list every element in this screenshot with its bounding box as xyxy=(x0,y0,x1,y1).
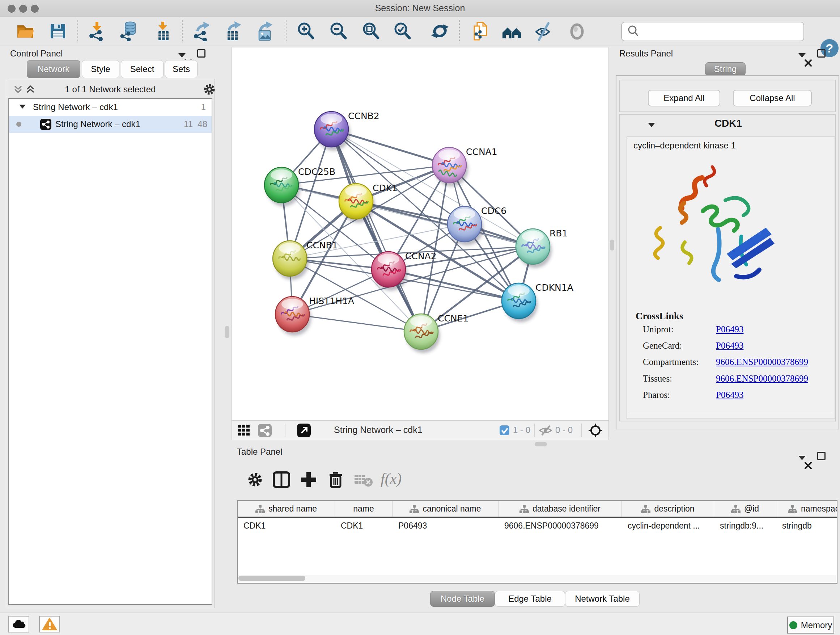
vertical-splitter-handle[interactable] xyxy=(225,326,229,338)
toolbar-separator xyxy=(459,20,460,42)
open-in-new-window-icon[interactable] xyxy=(297,424,311,437)
show-columns-icon[interactable] xyxy=(272,470,291,489)
network-options-gear-icon[interactable] xyxy=(203,83,216,96)
network-row-selected[interactable]: String Network – cdk1 11 48 xyxy=(9,116,212,133)
export-network-icon[interactable] xyxy=(192,21,212,41)
control-panel-controls xyxy=(178,49,215,59)
cell-canonical-name[interactable]: P06493 xyxy=(393,518,499,534)
column-header[interactable]: @id xyxy=(714,501,776,516)
column-header[interactable]: shared name xyxy=(238,501,335,516)
column-header[interactable]: database identifier xyxy=(499,501,622,516)
add-column-icon[interactable] xyxy=(300,470,317,489)
crosslink-link[interactable]: 9606.ENSP00000378699 xyxy=(716,357,808,367)
node-label: CDK1 xyxy=(373,183,398,193)
share-session-file-icon[interactable] xyxy=(471,21,491,41)
maximize-panel-icon[interactable] xyxy=(197,49,205,57)
node-label: CCNA1 xyxy=(466,147,497,157)
close-panel-icon[interactable] xyxy=(804,462,812,470)
cell-shared-name[interactable]: CDK1 xyxy=(238,518,335,534)
toolbar-separator xyxy=(77,20,78,42)
hide-panel-eye-icon[interactable] xyxy=(533,21,554,41)
cytoscape-window: Session: New Session xyxy=(0,0,840,635)
selected-checkbox-icon[interactable] xyxy=(500,425,509,435)
cell-name[interactable]: CDK1 xyxy=(335,518,393,534)
search-input[interactable] xyxy=(641,26,804,37)
export-table-icon[interactable] xyxy=(223,21,243,41)
table-row[interactable]: CDK1 CDK1 P06493 9606.ENSP00000378699 cy… xyxy=(238,518,837,534)
crosslink-link[interactable]: P06493 xyxy=(716,390,744,400)
zoom-in-icon[interactable] xyxy=(295,21,316,41)
cell-database-identifier[interactable]: 9606.ENSP00000378699 xyxy=(499,518,622,534)
close-panel-icon[interactable] xyxy=(804,59,812,67)
import-table-file-icon[interactable] xyxy=(153,21,173,41)
memory-button[interactable]: Memory xyxy=(787,616,834,633)
crosslink-link[interactable]: P06493 xyxy=(716,340,744,351)
show-panel-eye-icon[interactable] xyxy=(567,21,587,41)
import-network-database-icon[interactable] xyxy=(119,21,139,41)
cloud-button[interactable] xyxy=(8,616,29,632)
collapse-panel-icon[interactable] xyxy=(798,53,806,57)
zoom-out-icon[interactable] xyxy=(328,21,348,41)
collapse-all-button[interactable]: Collapse All xyxy=(733,90,812,106)
crosslink-link[interactable]: P06493 xyxy=(716,325,744,334)
hidden-eye-icon xyxy=(538,425,553,435)
results-content: Expand All Collapse All CDK1 cyclin–depe… xyxy=(616,75,839,429)
network-node-rb1: RB1 xyxy=(516,228,568,268)
tab-node-table[interactable]: Node Table xyxy=(430,591,495,607)
selected-counter: 1 - 0 xyxy=(513,425,531,435)
import-network-file-icon[interactable] xyxy=(87,21,107,41)
node-label: CDKN1A xyxy=(535,282,573,293)
cell-namespace[interactable]: stringdb xyxy=(776,518,837,534)
tab-style[interactable]: Style xyxy=(82,60,119,78)
scrollbar-handle[interactable] xyxy=(238,576,305,581)
home-icon[interactable] xyxy=(502,21,522,41)
maximize-panel-icon[interactable] xyxy=(817,49,826,57)
refresh-icon[interactable] xyxy=(430,21,450,41)
network-collection-row[interactable]: String Network – cdk1 1 xyxy=(9,99,212,116)
search-field[interactable] xyxy=(621,22,804,41)
birdseye-grid-icon[interactable] xyxy=(238,424,251,436)
cell-id[interactable]: stringdb:9... xyxy=(714,518,776,534)
crosshair-icon[interactable] xyxy=(588,423,603,438)
save-session-icon[interactable] xyxy=(48,21,68,41)
gene-card: CDK1 cyclin–dependent kinase 1 xyxy=(619,114,836,421)
maximize-panel-icon[interactable] xyxy=(817,452,826,460)
collapse-panel-icon[interactable] xyxy=(798,456,806,460)
tab-network[interactable]: Network xyxy=(27,60,80,78)
expand-all-button[interactable]: Expand All xyxy=(648,90,720,106)
column-header[interactable]: name xyxy=(335,501,393,516)
vertical-splitter-handle[interactable] xyxy=(610,240,614,250)
network-node-ccnb2: CCNB2 xyxy=(314,111,379,150)
node-label: CCNE1 xyxy=(438,313,469,324)
crosslink-link[interactable]: 9606.ENSP00000378699 xyxy=(716,374,808,384)
collapse-panel-icon[interactable] xyxy=(178,53,186,57)
tab-sets[interactable]: Sets xyxy=(165,60,197,78)
network-share-icon[interactable] xyxy=(258,424,272,437)
cell-description[interactable]: cyclin-dependent ... xyxy=(622,518,714,534)
delete-column-trash-icon[interactable] xyxy=(327,470,345,489)
network-canvas[interactable]: CCNB2CCNA1CDC25BCDK1CDC6RB1CCNB1CCNA2CDK… xyxy=(232,48,608,421)
gene-expander-icon[interactable] xyxy=(648,123,655,127)
tab-edge-table[interactable]: Edge Table xyxy=(495,591,565,607)
tree-expander-icon[interactable] xyxy=(19,105,26,109)
tab-network-table[interactable]: Network Table xyxy=(565,591,639,607)
warning-button[interactable] xyxy=(39,616,60,632)
zoom-fit-icon[interactable] xyxy=(361,21,381,41)
crosslink-label: Compartments: xyxy=(643,357,699,367)
tab-select[interactable]: Select xyxy=(121,60,164,78)
column-header[interactable]: description xyxy=(622,501,714,516)
function-builder-icon-disabled: f(x) xyxy=(381,470,401,487)
crosslink-label: Uniprot: xyxy=(643,325,674,334)
column-header[interactable]: namespace xyxy=(776,501,837,516)
horizontal-splitter-handle[interactable] xyxy=(535,442,547,447)
table-options-gear-icon[interactable] xyxy=(246,470,264,489)
tab-string[interactable]: String xyxy=(705,62,745,76)
export-image-icon[interactable] xyxy=(255,21,275,41)
open-session-icon[interactable] xyxy=(15,21,35,41)
column-header[interactable]: canonical name xyxy=(393,501,499,516)
search-icon xyxy=(626,24,641,39)
zoom-selected-icon[interactable] xyxy=(392,21,412,41)
node-label: CCNB1 xyxy=(306,240,338,250)
table-horizontal-scrollbar[interactable] xyxy=(238,575,836,582)
node-label: CDC25B xyxy=(298,166,335,177)
